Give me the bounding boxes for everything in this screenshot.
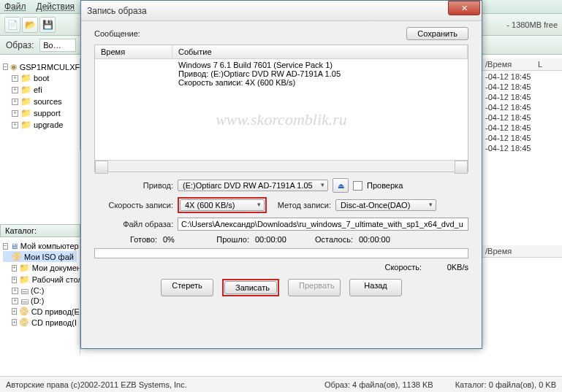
speed-highlight: 4X (600 KB/s) xyxy=(178,197,267,213)
tree-item[interactable]: +🖴(C:) xyxy=(3,285,77,296)
tree-item[interactable]: +📁support xyxy=(3,107,77,119)
back-button[interactable]: Назад xyxy=(349,279,402,296)
toolbar-new-icon[interactable]: 📄 xyxy=(4,17,20,33)
list-row[interactable]: -04-12 18:45 xyxy=(485,102,559,112)
tree-item[interactable]: +📁sources xyxy=(3,96,77,107)
log-row: Windows 7 6.1 Build 7601 (Service Pack 1… xyxy=(95,61,468,69)
col-event[interactable]: Событие xyxy=(172,45,468,58)
tree-item[interactable]: +🖴(D:) xyxy=(3,296,77,306)
log-table: Время Событие Windows 7 6.1 Build 7601 (… xyxy=(94,45,468,172)
folder-icon: 📁 xyxy=(19,263,30,273)
eject-button[interactable]: ⏏ xyxy=(333,178,349,193)
tree-item[interactable]: +📁Мои докумен xyxy=(3,262,77,274)
expand-icon[interactable]: + xyxy=(12,110,18,117)
drive-label: Привод: xyxy=(94,181,173,190)
message-label: Сообщение: xyxy=(94,29,140,38)
folder-icon: 📁 xyxy=(20,85,31,95)
horizontal-scrollbar[interactable] xyxy=(95,160,468,172)
toolbar-open-icon[interactable]: 📂 xyxy=(22,17,38,33)
livespeed-label: Скорость: xyxy=(384,263,422,272)
drive-select[interactable]: (E:)Optiarc DVD RW AD-7191A 1.05 xyxy=(178,180,328,191)
ready-label: Готово: xyxy=(94,235,157,244)
list-row[interactable]: -04-12 18:45 xyxy=(485,72,559,82)
col-l[interactable]: L xyxy=(538,60,542,69)
tree-item[interactable]: +📁boot xyxy=(3,72,77,84)
menu-actions[interactable]: Действия xyxy=(37,1,75,12)
speed-label: Скорость записи: xyxy=(94,201,173,210)
expand-icon[interactable]: + xyxy=(12,288,18,294)
titlebar[interactable]: Запись образа ✕ xyxy=(81,1,482,21)
log-row: Скорость записи: 4X (600 KB/s) xyxy=(95,78,468,87)
file-path-input[interactable]: C:\Users\Александр\Downloads\ru_windows_… xyxy=(178,218,468,231)
computer-icon: 🖥 xyxy=(10,242,18,250)
list-row[interactable]: -04-12 18:45 xyxy=(485,112,559,123)
method-select[interactable]: Disc-at-Once(DAO) xyxy=(335,199,436,211)
tree-root-computer[interactable]: −🖥Мой компьютер xyxy=(3,241,77,251)
toolbar-save-icon[interactable]: 💾 xyxy=(39,17,56,33)
cd-icon: 📀 xyxy=(12,252,22,261)
col-date[interactable]: /Время xyxy=(485,60,538,69)
speed-select[interactable]: 4X (600 KB/s) xyxy=(180,199,265,211)
list-row[interactable]: -04-12 18:45 xyxy=(485,143,559,153)
tree-item[interactable]: +📀CD привод(E xyxy=(3,306,77,317)
tree-item[interactable]: +📁upgrade xyxy=(3,119,77,131)
expand-icon[interactable]: + xyxy=(12,122,18,128)
tree-item[interactable]: +📁efi xyxy=(3,84,77,96)
write-highlight: Записать xyxy=(222,279,279,296)
expand-icon[interactable]: − xyxy=(3,64,8,70)
statusbar: Авторские права (c)2002-2011 EZB Systems… xyxy=(0,376,562,392)
tree-lower: −🖥Мой компьютер 📀Мои ISO фай +📁Мои докум… xyxy=(0,238,80,355)
col-date-2[interactable]: /Время xyxy=(485,247,512,255)
expand-icon[interactable]: + xyxy=(12,87,18,93)
list-row[interactable]: -04-12 18:45 xyxy=(485,133,559,143)
expand-icon[interactable]: + xyxy=(12,75,18,82)
expand-icon[interactable]: + xyxy=(12,265,17,272)
tree-item[interactable]: +📁Рабочий стол xyxy=(3,274,77,285)
file-list-header-2: /Время xyxy=(482,245,562,258)
tree-upper: −◉GSP1RMCULXFR +📁boot +📁efi +📁sources +📁… xyxy=(0,58,80,150)
folder-icon: 📁 xyxy=(20,73,31,83)
status-copyright: Авторские права (c)2002-2011 EZB Systems… xyxy=(6,380,187,389)
free-space-label: - 1380MB free xyxy=(506,20,558,29)
expand-icon[interactable]: + xyxy=(12,319,17,326)
folder-icon: 📁 xyxy=(20,108,31,118)
folder-icon: 📁 xyxy=(20,120,31,130)
save-button[interactable]: Сохранить xyxy=(406,27,468,40)
ready-value: 0% xyxy=(163,235,185,244)
method-label: Метод записи: xyxy=(271,201,331,210)
expand-icon[interactable]: − xyxy=(3,243,8,250)
image-label: Образ: xyxy=(6,40,34,50)
close-button[interactable]: ✕ xyxy=(448,1,480,15)
verify-label: Проверка xyxy=(367,181,403,190)
write-button[interactable]: Записать xyxy=(224,281,277,294)
menu-file[interactable]: Файл xyxy=(4,1,26,12)
log-row: Привод: (E:)Optiarc DVD RW AD-7191A 1.05 xyxy=(95,69,468,78)
tree-item-iso[interactable]: 📀Мои ISO фай xyxy=(3,251,77,262)
erase-button[interactable]: Стереть xyxy=(161,279,213,296)
dialog-title: Запись образа xyxy=(87,6,147,16)
drive-icon: 🖴 xyxy=(20,296,29,305)
remaining-label: Осталось: xyxy=(302,235,353,244)
status-catalog: Каталог: 0 файла(ов), 0 KB xyxy=(455,380,556,389)
list-row[interactable]: -04-12 18:45 xyxy=(485,92,559,102)
tree-item[interactable]: +📀CD привод(I xyxy=(3,317,77,328)
elapsed-label: Прошло: xyxy=(191,235,249,244)
livespeed-value: 0KB/s xyxy=(428,263,468,272)
list-row[interactable]: -04-12 18:45 xyxy=(485,123,559,133)
col-time[interactable]: Время xyxy=(95,45,172,58)
cd-drive-icon: 📀 xyxy=(19,318,29,327)
cd-drive-icon: 📀 xyxy=(19,307,29,316)
verify-checkbox[interactable] xyxy=(353,181,362,191)
progress-bar xyxy=(94,248,468,258)
image-combo[interactable]: Во… xyxy=(39,39,76,52)
expand-icon[interactable]: + xyxy=(12,99,18,105)
expand-icon[interactable]: + xyxy=(12,308,17,315)
burn-dialog: Запись образа ✕ Сообщение: Сохранить Вре… xyxy=(80,0,482,349)
expand-icon[interactable]: + xyxy=(12,298,18,304)
status-image: Образ: 4 файла(ов), 1138 KB xyxy=(324,380,433,389)
folder-icon: 📁 xyxy=(19,274,30,285)
expand-icon[interactable]: + xyxy=(12,277,17,283)
tree-root[interactable]: −◉GSP1RMCULXFR xyxy=(3,61,77,72)
abort-button: Прервать xyxy=(288,279,341,296)
list-row[interactable]: -04-12 18:45 xyxy=(485,82,559,92)
